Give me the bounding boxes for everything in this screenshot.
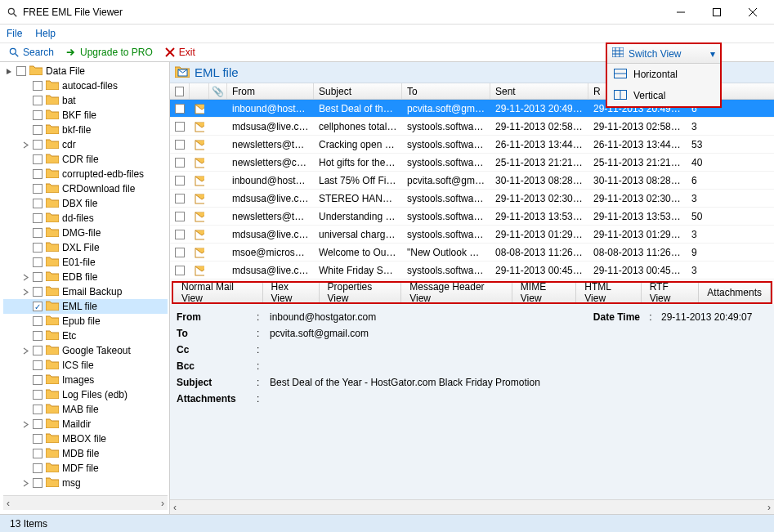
checkbox[interactable] (33, 257, 43, 267)
tree-item[interactable]: DXL File (3, 240, 168, 255)
expand-icon[interactable] (20, 198, 31, 209)
tree-item[interactable]: ICS file (3, 358, 168, 373)
checkbox[interactable] (33, 478, 43, 488)
checkbox[interactable] (33, 96, 43, 105)
view-tab[interactable]: Hex View (263, 283, 320, 302)
mail-row[interactable]: newsletters@tech...Cracking open th...sy… (170, 136, 774, 154)
view-tab[interactable]: Message Header View (401, 283, 512, 302)
expand-icon[interactable] (20, 95, 31, 106)
tree-item[interactable]: Images (3, 373, 168, 387)
checkbox[interactable] (33, 302, 43, 311)
mail-row[interactable]: newsletters@cnet...Hot gifts for the j..… (170, 154, 774, 172)
tree-item[interactable]: Etc (3, 329, 168, 343)
maximize-button[interactable] (699, 1, 735, 24)
view-tab[interactable]: MIME View (512, 283, 576, 302)
search-button[interactable]: Search (3, 45, 59, 60)
checkbox[interactable] (33, 405, 43, 414)
expand-icon[interactable] (20, 227, 31, 239)
tree-root[interactable]: Data File (3, 64, 168, 78)
expand-icon[interactable] (20, 286, 31, 297)
checkbox[interactable] (33, 213, 43, 223)
checkbox[interactable] (33, 125, 43, 135)
checkbox[interactable] (33, 184, 43, 194)
tree-item[interactable]: Epub file (3, 314, 168, 329)
menu-file[interactable]: File (7, 28, 22, 39)
menu-help[interactable]: Help (35, 28, 56, 39)
row-checkbox[interactable] (175, 104, 185, 114)
checkbox[interactable] (33, 169, 43, 179)
checkbox[interactable] (33, 449, 43, 458)
header-checkbox[interactable] (170, 83, 190, 99)
view-tab[interactable]: Attachments (699, 283, 771, 302)
tree-item[interactable]: Log Files (edb) (3, 387, 168, 402)
expand-icon[interactable] (20, 80, 31, 92)
checkbox[interactable] (33, 434, 43, 444)
expand-icon[interactable] (20, 168, 31, 180)
checkbox[interactable] (33, 272, 43, 282)
expand-icon[interactable] (20, 477, 31, 489)
expand-icon[interactable] (20, 360, 31, 371)
expand-icon[interactable] (20, 301, 31, 312)
checkbox[interactable] (33, 331, 43, 341)
expand-icon[interactable] (20, 330, 31, 342)
checkbox[interactable] (33, 419, 43, 429)
checkbox[interactable] (33, 463, 43, 473)
expand-icon[interactable] (20, 271, 31, 283)
switch-view-button[interactable]: Switch View ▾ (607, 44, 720, 64)
row-checkbox[interactable] (175, 266, 185, 275)
tree-item[interactable]: CRDownload file (3, 181, 168, 196)
expand-icon[interactable] (20, 374, 31, 386)
checkbox[interactable] (16, 66, 26, 76)
exit-button[interactable]: Exit (159, 45, 200, 60)
expand-icon[interactable] (20, 418, 31, 430)
checkbox[interactable] (33, 346, 43, 355)
view-tab[interactable]: HTML View (576, 283, 641, 302)
expand-icon[interactable] (20, 448, 31, 459)
checkbox[interactable] (33, 81, 43, 91)
tree-item[interactable]: autocad-files (3, 78, 168, 93)
tree-item[interactable]: cdr (3, 137, 168, 152)
switch-horizontal[interactable]: Horizontal (607, 64, 720, 85)
mail-row[interactable]: mdsusa@live.comcellphones total c...syst… (170, 118, 774, 136)
row-checkbox[interactable] (175, 248, 185, 257)
tree-item[interactable]: E01-file (3, 255, 168, 270)
checkbox[interactable] (33, 375, 43, 385)
expand-icon[interactable] (20, 463, 31, 474)
row-checkbox[interactable] (175, 230, 185, 239)
tree-item[interactable]: DBX file (3, 196, 168, 211)
header-subject[interactable]: Subject (314, 83, 402, 99)
row-checkbox[interactable] (175, 122, 185, 132)
tree-item[interactable]: Email Backup (3, 284, 168, 299)
row-checkbox[interactable] (175, 140, 185, 150)
view-tab[interactable]: Normal Mail View (173, 283, 263, 302)
collapse-icon[interactable] (3, 65, 15, 77)
checkbox[interactable] (33, 199, 43, 208)
tree-item[interactable]: DMG-file (3, 226, 168, 240)
folder-tree[interactable]: Data File autocad-filesbatBKF filebkf-fi… (0, 62, 170, 514)
tree-item[interactable]: msg (3, 476, 168, 490)
tree-item[interactable]: MDB file (3, 446, 168, 461)
expand-icon[interactable] (20, 110, 31, 121)
checkbox[interactable] (33, 140, 43, 150)
expand-icon[interactable] (20, 124, 31, 136)
expand-icon[interactable] (20, 154, 31, 165)
expand-icon[interactable] (20, 433, 31, 445)
row-checkbox[interactable] (175, 176, 185, 186)
tree-item[interactable]: MBOX file (3, 431, 168, 446)
expand-icon[interactable] (20, 389, 31, 400)
tree-item[interactable]: EML file (3, 299, 168, 314)
checkbox[interactable] (33, 316, 43, 326)
mail-row[interactable]: inbound@hostga...Last 75% Off Fire ...pc… (170, 172, 774, 190)
expand-icon[interactable] (20, 139, 31, 150)
checkbox[interactable] (33, 287, 43, 297)
tree-hscroll[interactable]: ‹› (3, 495, 168, 510)
expand-icon[interactable] (20, 315, 31, 327)
tree-item[interactable]: bat (3, 93, 168, 108)
checkbox[interactable] (33, 360, 43, 370)
view-tab[interactable]: RTF View (642, 283, 700, 302)
close-button[interactable] (735, 1, 771, 24)
tree-item[interactable]: CDR file (3, 152, 168, 167)
expand-icon[interactable] (20, 404, 31, 415)
header-from[interactable]: From (227, 83, 314, 99)
row-checkbox[interactable] (175, 158, 185, 168)
